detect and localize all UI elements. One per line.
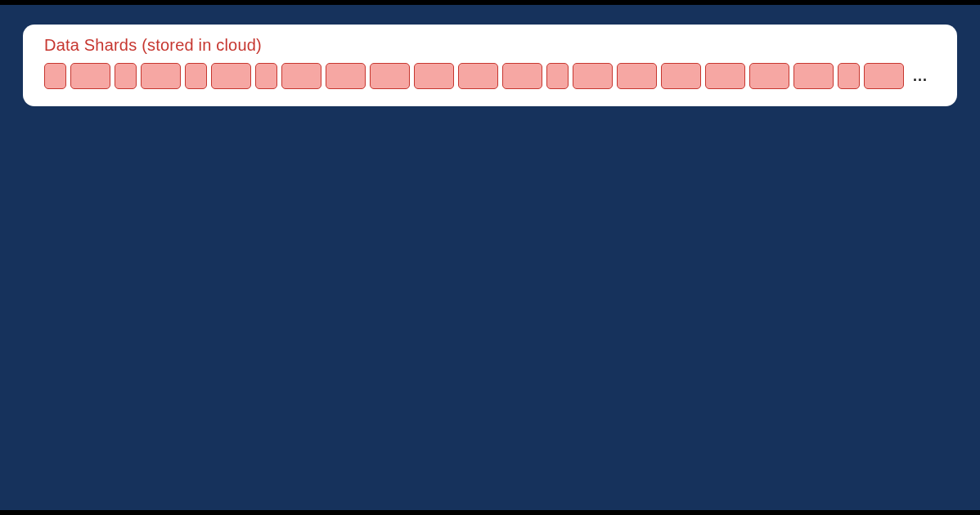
data-shard	[70, 63, 110, 89]
data-shard	[864, 63, 904, 89]
data-shard	[705, 63, 745, 89]
data-shard	[370, 63, 410, 89]
data-shards-row: ...	[44, 63, 941, 89]
data-shard	[546, 63, 569, 89]
data-shard	[326, 63, 366, 89]
data-shard	[115, 63, 137, 89]
data-shard	[185, 63, 207, 89]
data-shard	[617, 63, 657, 89]
data-shard	[793, 63, 834, 89]
data-shard	[838, 63, 860, 89]
data-shard	[255, 63, 277, 89]
data-shard	[44, 63, 66, 89]
data-shards-card: Data Shards (stored in cloud) ...	[23, 25, 957, 106]
diagram-stage: Data Shards (stored in cloud) ...	[0, 5, 980, 510]
data-shard	[458, 63, 498, 89]
data-shard	[573, 63, 613, 89]
data-shard	[502, 63, 542, 89]
data-shard	[141, 63, 181, 89]
data-shard	[281, 63, 321, 89]
data-shard	[749, 63, 789, 89]
data-shard	[661, 63, 701, 89]
data-shard	[414, 63, 454, 89]
data-shards-title: Data Shards (stored in cloud)	[44, 36, 941, 55]
ellipsis-icon: ...	[913, 68, 928, 85]
data-shard	[211, 63, 251, 89]
